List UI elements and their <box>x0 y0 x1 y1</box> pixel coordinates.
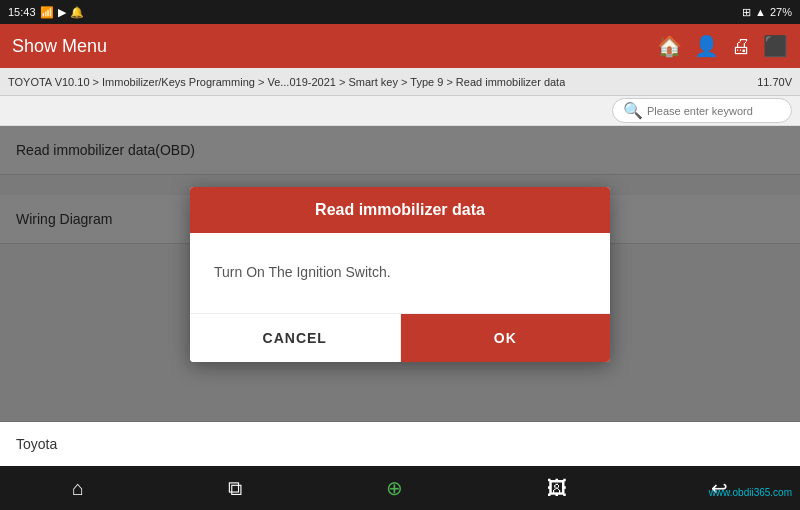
cancel-button[interactable]: CANCEL <box>190 314 401 362</box>
home-icon[interactable]: 🏠 <box>657 34 682 58</box>
status-icon-wifi: ▶ <box>58 6 66 19</box>
modal-message: Turn On The Ignition Switch. <box>214 264 391 280</box>
nav-layers[interactable]: ⧉ <box>212 469 258 508</box>
breadcrumb-voltage: 11.70V <box>757 76 792 88</box>
search-icon: 🔍 <box>623 101 643 120</box>
status-icon-signal: 📶 <box>40 6 54 19</box>
status-icon-alarm: 🔔 <box>70 6 84 19</box>
modal-overlay: Read immobilizer data Turn On The Igniti… <box>0 126 800 422</box>
nav-scan-icon: ⊕ <box>386 476 403 500</box>
app-header: Show Menu 🏠 👤 🖨 ⬛ <box>0 24 800 68</box>
modal-header: Read immobilizer data <box>190 187 610 233</box>
export-icon[interactable]: ⬛ <box>763 34 788 58</box>
modal-dialog: Read immobilizer data Turn On The Igniti… <box>190 187 610 362</box>
nav-gallery[interactable]: 🖼 <box>531 469 583 508</box>
status-time: 15:43 <box>8 6 36 18</box>
print-icon[interactable]: 🖨 <box>731 35 751 58</box>
status-left: 15:43 📶 ▶ 🔔 <box>8 6 84 19</box>
modal-body: Turn On The Ignition Switch. <box>190 233 610 313</box>
status-battery: 27% <box>770 6 792 18</box>
search-wrapper[interactable]: 🔍 <box>612 98 792 123</box>
search-bar: 🔍 <box>0 96 800 126</box>
brand-name: Toyota <box>16 436 57 452</box>
breadcrumb-path: TOYOTA V10.10 > Immobilizer/Keys Program… <box>8 76 565 88</box>
footer-brand-label: Toyota <box>0 421 800 466</box>
modal-footer: CANCEL OK <box>190 313 610 362</box>
user-icon[interactable]: 👤 <box>694 34 719 58</box>
status-icon-screenshot: ⊞ <box>742 6 751 19</box>
bottom-nav: ⌂ ⧉ ⊕ 🖼 ↩ www.obdii365.com <box>0 466 800 510</box>
header-icons: 🏠 👤 🖨 ⬛ <box>657 34 788 58</box>
status-right: ⊞ ▲ 27% <box>742 6 792 19</box>
header-title: Show Menu <box>12 36 107 57</box>
watermark: www.obdii365.com <box>709 487 792 498</box>
nav-home-icon: ⌂ <box>72 477 84 500</box>
nav-home[interactable]: ⌂ <box>56 469 100 508</box>
nav-gallery-icon: 🖼 <box>547 477 567 500</box>
nav-scan[interactable]: ⊕ <box>370 468 419 508</box>
modal-title: Read immobilizer data <box>315 201 485 218</box>
search-input[interactable] <box>647 105 781 117</box>
ok-button[interactable]: OK <box>401 314 611 362</box>
main-content: Read immobilizer data(OBD) Wiring Diagra… <box>0 126 800 466</box>
nav-layers-icon: ⧉ <box>228 477 242 500</box>
status-bar: 15:43 📶 ▶ 🔔 ⊞ ▲ 27% <box>0 0 800 24</box>
breadcrumb-bar: TOYOTA V10.10 > Immobilizer/Keys Program… <box>0 68 800 96</box>
status-icon-network: ▲ <box>755 6 766 18</box>
